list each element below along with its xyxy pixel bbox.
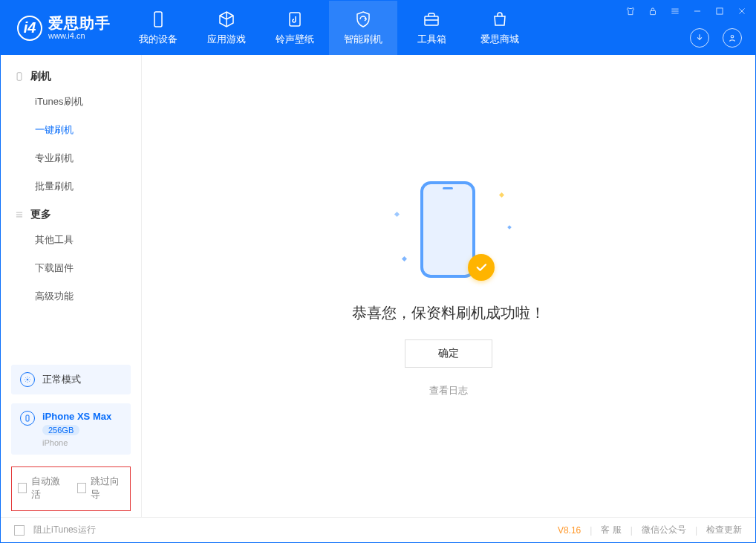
sidebar: 刷机 iTunes刷机 一键刷机 专业刷机 批量刷机 更多 其他工具 下载固件 …	[1, 55, 142, 517]
success-illustration	[389, 175, 508, 287]
shield-sync-icon	[353, 10, 373, 29]
tab-label: 应用游戏	[207, 33, 246, 46]
version-label: V8.16	[558, 525, 581, 536]
svg-rect-6	[17, 73, 22, 81]
view-log-link[interactable]: 查看日志	[429, 384, 468, 397]
sidebar-section-more: 更多	[1, 201, 141, 226]
phone-graphic	[420, 181, 475, 278]
statusbar: 阻止iTunes运行 V8.16 | 客 服 | 微信公众号 | 检查更新	[1, 517, 755, 542]
sidebar-item-advanced[interactable]: 高级功能	[1, 282, 141, 310]
main-tabs: 我的设备 应用游戏 铃声壁纸 智能刷机 工具箱 爱思商城	[124, 1, 534, 55]
checkbox-label: 自动激活	[31, 475, 65, 501]
tab-toolbox[interactable]: 工具箱	[397, 1, 466, 55]
wechat-link[interactable]: 微信公众号	[642, 524, 686, 536]
svg-rect-8	[26, 415, 29, 421]
svg-rect-0	[154, 12, 162, 27]
close-button[interactable]	[736, 5, 748, 17]
tab-ringtones[interactable]: 铃声壁纸	[261, 1, 329, 55]
tab-store[interactable]: 爱思商城	[466, 1, 534, 55]
device-name: iPhone XS Max	[42, 411, 111, 422]
sidebar-item-oneclick-flash[interactable]: 一键刷机	[1, 116, 141, 144]
titlebar: i4 爱思助手 www.i4.cn 我的设备 应用游戏 铃声壁纸 智能刷机 工具…	[1, 1, 755, 55]
menu-icon[interactable]	[669, 5, 681, 17]
success-message: 恭喜您，保资料刷机成功啦！	[352, 303, 545, 323]
sidebar-item-itunes-flash[interactable]: iTunes刷机	[1, 88, 141, 116]
sidebar-item-batch-flash[interactable]: 批量刷机	[1, 172, 141, 201]
tab-my-device[interactable]: 我的设备	[124, 1, 192, 55]
window-controls-top	[625, 5, 748, 17]
checkbox-label: 跳过向导	[91, 475, 124, 501]
device-icon	[149, 10, 168, 29]
device-card[interactable]: iPhone XS Max 256GB iPhone	[11, 403, 131, 455]
mode-label: 正常模式	[42, 373, 81, 386]
app-logo: i4 爱思助手 www.i4.cn	[1, 15, 124, 40]
cube-icon	[217, 10, 236, 29]
logo-icon: i4	[17, 16, 42, 41]
phone-icon	[14, 71, 25, 82]
user-button[interactable]	[723, 28, 742, 48]
check-update-link[interactable]: 检查更新	[706, 524, 742, 536]
section-title: 刷机	[30, 70, 51, 83]
checkbox-auto-activate[interactable]: 自动激活	[18, 475, 65, 501]
svg-rect-3	[651, 10, 656, 14]
checkbox-prevent-itunes[interactable]: 阻止iTunes运行	[14, 524, 96, 536]
checkbox-icon	[18, 483, 27, 493]
tab-label: 我的设备	[139, 33, 177, 46]
list-icon	[14, 209, 25, 220]
tab-apps-games[interactable]: 应用游戏	[192, 1, 261, 55]
maximize-button[interactable]	[714, 5, 726, 17]
tab-smart-flash[interactable]: 智能刷机	[329, 1, 397, 55]
device-type: iPhone	[42, 438, 111, 447]
sidebar-item-other-tools[interactable]: 其他工具	[1, 226, 141, 254]
check-badge-icon	[468, 254, 495, 281]
checkbox-icon	[14, 525, 25, 536]
tab-label: 工具箱	[417, 33, 446, 46]
shirt-icon[interactable]	[625, 5, 636, 17]
svg-point-5	[731, 36, 734, 39]
checkbox-label: 阻止iTunes运行	[33, 524, 96, 536]
device-icon	[20, 411, 35, 426]
download-button[interactable]	[690, 28, 709, 48]
device-storage-badge: 256GB	[42, 425, 79, 435]
svg-rect-2	[425, 16, 438, 25]
mode-icon	[20, 372, 35, 387]
svg-point-7	[27, 379, 28, 380]
ok-button[interactable]: 确定	[405, 339, 492, 368]
toolbox-icon	[422, 10, 441, 29]
sidebar-section-flash: 刷机	[1, 62, 141, 88]
app-url: www.i4.cn	[48, 31, 111, 40]
checkbox-skip-wizard[interactable]: 跳过向导	[77, 475, 125, 501]
tab-label: 爱思商城	[480, 33, 519, 46]
svg-rect-1	[290, 13, 300, 26]
svg-rect-4	[717, 8, 723, 14]
sidebar-item-download-firmware[interactable]: 下载固件	[1, 254, 141, 282]
bag-icon	[490, 10, 509, 29]
app-name: 爱思助手	[48, 15, 111, 31]
tab-label: 铃声壁纸	[276, 33, 314, 46]
customer-service-link[interactable]: 客 服	[601, 524, 621, 536]
main-content: 恭喜您，保资料刷机成功啦！ 确定 查看日志	[142, 55, 755, 517]
highlighted-options: 自动激活 跳过向导	[11, 466, 131, 511]
sidebar-item-pro-flash[interactable]: 专业刷机	[1, 144, 141, 172]
minimize-button[interactable]	[691, 5, 703, 17]
lock-icon[interactable]	[647, 5, 659, 17]
titlebar-right-icons	[690, 28, 742, 48]
section-title: 更多	[30, 208, 51, 221]
mode-card[interactable]: 正常模式	[11, 365, 131, 394]
checkbox-icon	[77, 483, 86, 493]
music-file-icon	[285, 10, 304, 29]
tab-label: 智能刷机	[344, 33, 382, 46]
